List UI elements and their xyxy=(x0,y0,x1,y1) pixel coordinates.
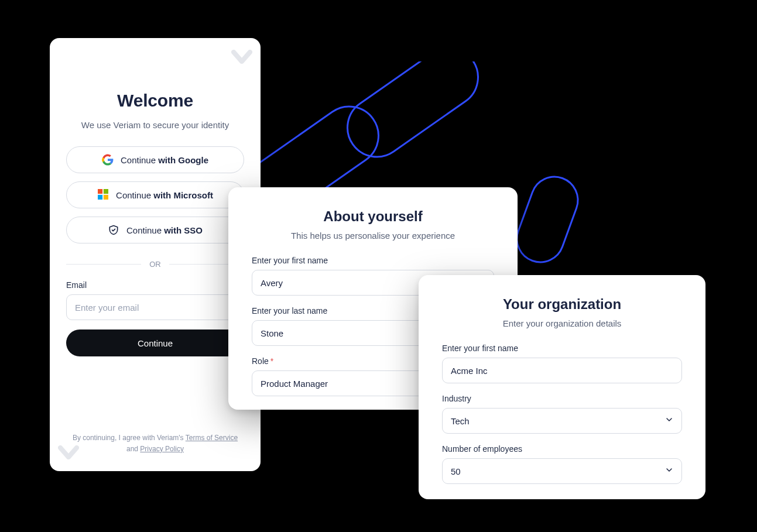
microsoft-button-label: Continue with Microsoft xyxy=(116,190,213,200)
terms-link[interactable]: Terms of Service xyxy=(186,434,238,442)
sso-button-label: Continue with SSO xyxy=(126,225,203,235)
org-subtitle: Enter your organization details xyxy=(442,318,682,328)
continue-with-google-button[interactable]: Continue with Google xyxy=(66,146,244,173)
org-name-field[interactable] xyxy=(442,358,682,383)
brand-mark-icon xyxy=(229,44,255,70)
industry-select[interactable] xyxy=(442,408,682,434)
svg-rect-4 xyxy=(104,189,108,194)
industry-label: Industry xyxy=(442,394,682,403)
divider-or: OR xyxy=(66,260,244,269)
svg-rect-5 xyxy=(98,195,102,200)
google-icon xyxy=(102,154,114,166)
first-name-label: Enter your first name xyxy=(252,256,494,265)
legal-footer: By continuing, I agree with Veriam's Ter… xyxy=(66,433,244,455)
org-name-label: Enter your first name xyxy=(442,344,682,353)
email-label: Email xyxy=(66,280,244,290)
svg-rect-3 xyxy=(98,189,102,194)
org-title: Your organization xyxy=(442,296,682,313)
about-subtitle: This helps us personalise your experienc… xyxy=(252,231,494,241)
about-title: About yourself xyxy=(252,208,494,225)
email-field[interactable] xyxy=(66,294,244,320)
welcome-subtitle: We use Veriam to secure your identity xyxy=(66,120,244,130)
organization-card: Your organization Enter your organizatio… xyxy=(419,275,705,499)
continue-button[interactable]: Continue xyxy=(66,330,244,356)
svg-rect-2 xyxy=(511,170,584,269)
svg-rect-6 xyxy=(104,195,108,200)
employees-select[interactable] xyxy=(442,458,682,484)
microsoft-icon xyxy=(97,189,109,201)
shield-icon xyxy=(108,224,119,236)
welcome-title: Welcome xyxy=(66,91,244,111)
continue-with-microsoft-button[interactable]: Continue with Microsoft xyxy=(66,181,244,208)
svg-rect-0 xyxy=(336,61,489,169)
privacy-link[interactable]: Privacy Policy xyxy=(140,445,184,453)
brand-mark-icon xyxy=(56,440,81,465)
google-button-label: Continue with Google xyxy=(121,155,208,165)
continue-with-sso-button[interactable]: Continue with SSO xyxy=(66,217,244,243)
employees-label: Number of employees xyxy=(442,444,682,454)
